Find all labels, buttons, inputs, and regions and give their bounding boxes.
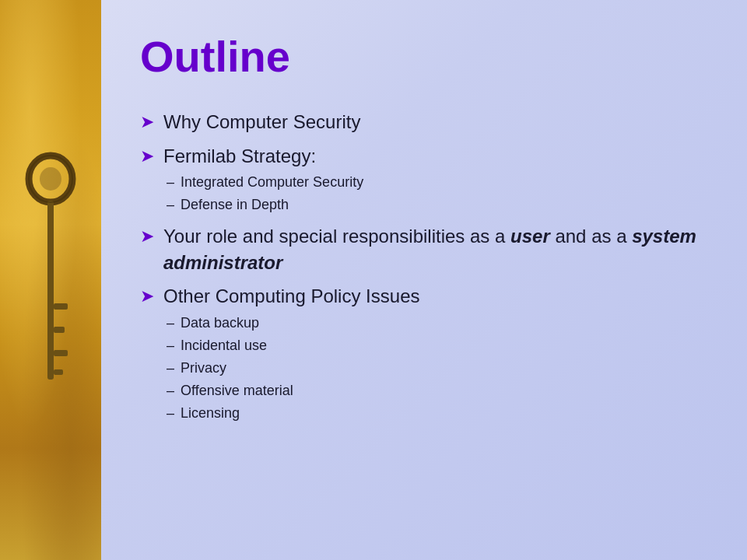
svg-rect-3 [54,303,68,310]
sub-item-text: Privacy [181,358,226,379]
sub-list-item: – Defense in Depth [167,194,708,215]
bullet-text: Why Computer Security [163,109,708,135]
bullet-icon: ➤ [140,225,154,249]
key-icon [19,132,82,428]
key-image-panel [0,0,101,560]
list-item: ➤ Fermilab Strategy: – Integrated Comput… [140,143,708,216]
bullet-text: Other Computing Policy Issues [163,283,708,310]
sub-list-item: – Licensing [167,403,708,424]
svg-rect-2 [47,201,54,380]
sub-dash: – [167,172,174,193]
bullet-icon: ➤ [140,110,154,135]
sub-dash: – [167,313,174,334]
bullet-text: Fermilab Strategy: [163,143,708,170]
sub-item-text: Offensive material [181,380,293,401]
bullet-text: Your role and special responsibilities a… [163,223,708,275]
sub-item-text: Incidental use [181,335,267,356]
sub-list: – Data backup – Incidental use – Privacy… [167,313,708,424]
sub-item-text: Licensing [181,403,240,424]
svg-rect-6 [54,369,63,375]
sub-dash: – [167,380,174,401]
sub-item-text: Data backup [181,313,259,334]
sub-item-text: Integrated Computer Security [181,172,363,193]
list-item: ➤ Other Computing Policy Issues – Data b… [140,283,708,424]
sub-list-item: – Offensive material [167,380,708,401]
svg-rect-5 [54,350,68,356]
sub-list-item: – Incidental use [167,335,708,356]
bullet-list: ➤ Why Computer Security ➤ Fermilab Strat… [140,109,708,424]
sub-dash: – [167,403,174,424]
bullet-icon: ➤ [140,145,154,169]
sub-item-text: Defense in Depth [181,194,289,215]
sub-dash: – [167,358,174,379]
svg-rect-4 [54,327,65,333]
sub-dash: – [167,335,174,356]
sub-list-item: – Integrated Computer Security [167,172,708,193]
main-content: Outline ➤ Why Computer Security ➤ Fermil… [101,0,747,560]
sub-list: – Integrated Computer Security – Defense… [167,172,708,215]
sub-list-item: – Privacy [167,358,708,379]
list-item: ➤ Your role and special responsibilities… [140,223,708,275]
list-item: ➤ Why Computer Security [140,109,708,135]
sub-list-item: – Data backup [167,313,708,334]
slide-title: Outline [140,31,708,82]
sub-dash: – [167,194,174,215]
slide: Outline ➤ Why Computer Security ➤ Fermil… [0,0,747,560]
svg-point-1 [40,167,61,191]
bullet-icon: ➤ [140,285,154,309]
